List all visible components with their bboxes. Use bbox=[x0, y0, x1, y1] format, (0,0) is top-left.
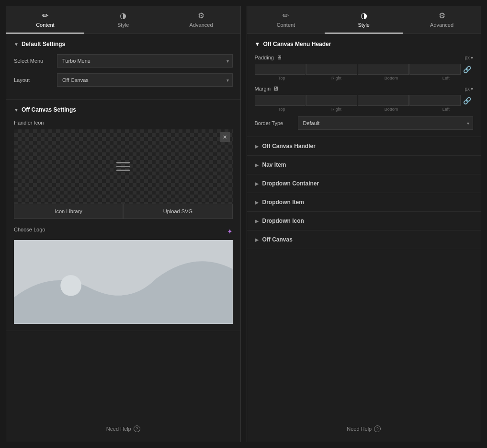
margin-inputs-row: 🔗 bbox=[255, 95, 474, 106]
pencil-icon: ✏ bbox=[42, 11, 48, 20]
menu-header-arrow: ▼ bbox=[255, 41, 260, 47]
magic-wand-icon[interactable]: ✦ bbox=[227, 228, 233, 235]
off-canvas-handler-section[interactable]: ▶ Off Canvas Handler bbox=[247, 137, 481, 156]
dropdown-icon-label: Dropdown Icon bbox=[262, 218, 304, 224]
off-canvas-handler-label: Off Canvas Handler bbox=[262, 143, 316, 149]
left-tab-style-label: Style bbox=[117, 22, 129, 28]
right-pencil-icon: ✏ bbox=[283, 11, 289, 20]
left-tab-content[interactable]: ✏ Content bbox=[6, 6, 84, 34]
half-circle-icon: ◑ bbox=[120, 11, 126, 20]
icon-library-button[interactable]: Icon Library bbox=[14, 204, 123, 219]
padding-label: Padding 🖥 bbox=[255, 54, 282, 61]
right-gear-icon: ⚙ bbox=[439, 11, 445, 20]
layout-wrap: Off Canvas bbox=[57, 73, 233, 87]
monitor-icon-padding: 🖥 bbox=[276, 54, 282, 61]
off-canvas-label: Off Canvas bbox=[262, 236, 293, 243]
margin-label: Margin 🖥 bbox=[255, 85, 279, 92]
margin-top-input[interactable] bbox=[255, 95, 306, 106]
right-need-help-text: Need Help bbox=[347, 426, 372, 432]
choose-logo-label: Choose Logo bbox=[14, 227, 45, 232]
right-tab-advanced[interactable]: ⚙ Advanced bbox=[403, 6, 481, 34]
padding-link-icon[interactable]: 🔗 bbox=[461, 66, 473, 73]
right-panel: ✏ Content ◑ Style ⚙ Advanced ▼ Off Canva… bbox=[247, 6, 482, 442]
margin-right-input[interactable] bbox=[306, 95, 357, 106]
padding-right-label: Right bbox=[309, 76, 363, 80]
margin-label-row: Margin 🖥 px ▾ bbox=[255, 85, 474, 92]
nav-item-section[interactable]: ▶ Nav Item bbox=[247, 156, 481, 174]
layout-label: Layout bbox=[14, 77, 57, 83]
margin-bottom-input[interactable] bbox=[358, 95, 409, 106]
logo-preview[interactable] bbox=[14, 240, 233, 324]
padding-bottom-wrap bbox=[358, 64, 409, 75]
padding-right-input[interactable] bbox=[306, 64, 357, 75]
dropdown-container-label: Dropdown Container bbox=[262, 180, 319, 187]
select-menu-row: Select Menu Turbo Menu bbox=[14, 54, 233, 68]
off-canvas-handler-arrow-icon: ▶ bbox=[255, 144, 259, 149]
padding-sublabels: Top Right Bottom Left bbox=[255, 76, 474, 80]
right-tab-advanced-label: Advanced bbox=[430, 22, 453, 28]
choose-logo-header: Choose Logo ✦ bbox=[14, 227, 233, 236]
gear-icon: ⚙ bbox=[198, 11, 204, 20]
nav-item-label: Nav Item bbox=[262, 161, 286, 168]
handler-icon-label: Handler Icon bbox=[14, 120, 233, 126]
layout-select[interactable]: Off Canvas bbox=[57, 73, 233, 87]
monitor-icon-margin: 🖥 bbox=[273, 85, 279, 92]
margin-left-label: Left bbox=[419, 107, 473, 112]
upload-svg-button[interactable]: Upload SVG bbox=[123, 204, 232, 219]
margin-sublabels: Top Right Bottom Left bbox=[255, 107, 474, 112]
dropdown-icon-arrow-icon: ▶ bbox=[255, 218, 259, 224]
padding-bottom-label: Bottom bbox=[364, 76, 418, 80]
left-need-help-text: Need Help bbox=[106, 426, 131, 432]
off-canvas-settings-title: ▼ Off Canvas Settings bbox=[14, 106, 233, 113]
nav-item-arrow-icon: ▶ bbox=[255, 162, 259, 168]
left-tab-advanced-label: Advanced bbox=[190, 22, 213, 28]
margin-unit-chevron-icon: ▾ bbox=[471, 86, 473, 92]
off-canvas-arrow-icon: ▶ bbox=[255, 237, 259, 242]
default-settings-section: ▼ Default Settings Select Menu Turbo Men… bbox=[6, 34, 240, 100]
padding-unit-selector[interactable]: px ▾ bbox=[464, 55, 473, 60]
border-type-wrap: Default bbox=[298, 116, 474, 130]
right-tab-style-label: Style bbox=[358, 22, 370, 28]
right-help-circle-icon: ? bbox=[374, 425, 381, 432]
margin-top-label: Top bbox=[255, 107, 309, 112]
layout-row: Layout Off Canvas bbox=[14, 73, 233, 87]
dropdown-item-label: Dropdown Item bbox=[262, 199, 304, 206]
left-tab-advanced[interactable]: ⚙ Advanced bbox=[162, 6, 240, 34]
off-canvas-section[interactable]: ▶ Off Canvas bbox=[247, 230, 481, 249]
handler-icon-preview: ✕ bbox=[14, 129, 233, 204]
dropdown-item-section[interactable]: ▶ Dropdown Item bbox=[247, 193, 481, 212]
margin-right-wrap bbox=[306, 95, 357, 106]
off-canvas-menu-header-title: ▼ Off Canvas Menu Header bbox=[255, 41, 474, 47]
right-tab-content-label: Content bbox=[277, 22, 295, 28]
padding-inputs-row: 🔗 bbox=[255, 64, 474, 75]
padding-top-wrap bbox=[255, 64, 306, 75]
right-tab-style[interactable]: ◑ Style bbox=[325, 6, 403, 34]
right-need-help[interactable]: Need Help ? bbox=[247, 416, 481, 442]
dropdown-container-arrow-icon: ▶ bbox=[255, 181, 259, 186]
padding-label-row: Padding 🖥 px ▾ bbox=[255, 54, 474, 61]
padding-left-input[interactable] bbox=[409, 64, 461, 75]
right-tab-content[interactable]: ✏ Content bbox=[247, 6, 325, 34]
delete-icon-button[interactable]: ✕ bbox=[220, 132, 230, 142]
left-tab-style[interactable]: ◑ Style bbox=[84, 6, 162, 34]
select-menu-select[interactable]: Turbo Menu bbox=[57, 54, 233, 68]
dropdown-item-arrow-icon: ▶ bbox=[255, 200, 259, 205]
hamburger-line-3 bbox=[116, 170, 130, 171]
default-settings-arrow: ▼ bbox=[14, 42, 19, 47]
border-type-row: Border Type Default bbox=[255, 116, 474, 130]
padding-left-wrap bbox=[409, 64, 461, 75]
dropdown-container-section[interactable]: ▶ Dropdown Container bbox=[247, 174, 481, 193]
right-tab-bar: ✏ Content ◑ Style ⚙ Advanced bbox=[247, 6, 481, 34]
default-settings-title: ▼ Default Settings bbox=[14, 41, 233, 47]
border-type-select[interactable]: Default bbox=[298, 116, 474, 130]
padding-top-input[interactable] bbox=[255, 64, 306, 75]
dropdown-icon-section[interactable]: ▶ Dropdown Icon bbox=[247, 212, 481, 230]
left-need-help[interactable]: Need Help ? bbox=[6, 416, 240, 442]
border-type-label: Border Type bbox=[255, 120, 298, 126]
padding-bottom-input[interactable] bbox=[358, 64, 409, 75]
margin-left-input[interactable] bbox=[409, 95, 461, 106]
padding-top-label: Top bbox=[255, 76, 309, 80]
hamburger-line-2 bbox=[116, 166, 130, 167]
margin-link-icon[interactable]: 🔗 bbox=[461, 97, 473, 104]
margin-unit-selector[interactable]: px ▾ bbox=[464, 86, 473, 92]
